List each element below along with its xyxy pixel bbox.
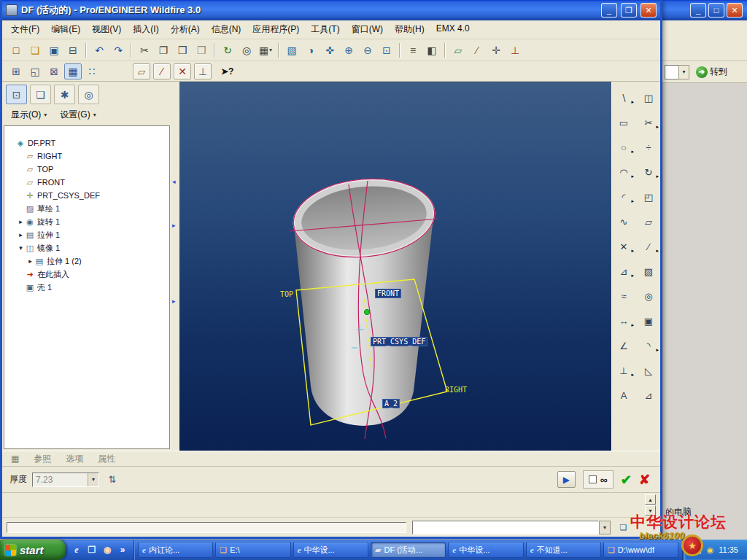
create-datum-plane-button[interactable]: ▱ — [133, 63, 150, 79]
datum-plane-tool[interactable]: ▱ — [639, 213, 658, 230]
go-button[interactable]: ➔ 转到 — [692, 64, 731, 80]
axis-label[interactable]: A_2 — [382, 399, 400, 408]
scroll-down-button[interactable]: ▼ — [645, 505, 656, 516]
undo-button[interactable]: ↶ — [90, 42, 108, 58]
print-button[interactable]: ⊟ — [64, 42, 82, 58]
thickness-dropdown-button[interactable]: ▾ — [88, 473, 98, 486]
trim-tool[interactable]: ✂▸ — [639, 114, 658, 131]
browser-close-button[interactable]: ✕ — [727, 3, 743, 18]
zoom-out-button[interactable]: ⊖ — [359, 42, 376, 58]
taskbar-task-button[interactable]: e中华设... — [448, 542, 523, 558]
selection-filter-button[interactable]: ▦▾ — [257, 42, 274, 58]
prompt-dropdown-button[interactable]: ▾ — [599, 521, 611, 534]
tree-item[interactable]: ▾◫镜像 1 — [4, 241, 169, 254]
tree-expander-icon[interactable]: ▸ — [17, 218, 25, 225]
ok-button[interactable]: ✔ — [621, 472, 632, 488]
copy-window-button[interactable]: ◱ — [26, 63, 44, 79]
repaint-button[interactable]: ▧ — [283, 42, 301, 58]
refit-button[interactable]: ⊡ — [378, 42, 395, 58]
tree-item[interactable]: ▸▤拉伸 1 — [4, 228, 169, 241]
tree-item[interactable]: ▱FRONT — [4, 176, 169, 189]
front-datum-label[interactable]: FRONT — [375, 289, 401, 298]
sketch-tool[interactable]: ▨ — [639, 262, 658, 280]
close-button[interactable]: ✕ — [640, 3, 657, 18]
quicklaunch-media-icon[interactable]: ◉ — [101, 544, 113, 556]
datum-plane-display-toggle[interactable]: ▱ — [449, 42, 467, 58]
tree-item[interactable]: ▱TOP — [4, 163, 169, 176]
tree-item[interactable]: ✛PRT_CSYS_DEF — [4, 189, 169, 202]
3d-viewport[interactable]: TOP FRONT PRT_CSYS_DEF A_2 RIGHT — [179, 82, 611, 451]
shade-button[interactable]: ◑ — [302, 42, 320, 58]
dimension-tool[interactable]: ↔▸ — [614, 312, 633, 330]
tree-expander-icon[interactable]: ▾ — [17, 244, 25, 252]
find-button[interactable]: ◎ — [238, 42, 255, 58]
open-file-button[interactable]: ❏ — [26, 42, 44, 58]
model-display-button[interactable]: ∷ — [83, 63, 101, 79]
regenerate-button[interactable]: ↻ — [219, 42, 236, 58]
taskbar-task-button[interactable]: e中华设... — [293, 542, 368, 558]
prompt-combo[interactable]: ▾ — [412, 521, 611, 534]
text-tool[interactable]: A — [614, 386, 633, 404]
menu-item[interactable]: 视图(V) — [86, 21, 127, 38]
tree-item[interactable]: ▱RIGHT — [4, 149, 169, 163]
constraint-tool[interactable]: ⊥▸ — [614, 362, 633, 379]
panel-tab[interactable]: 选项 — [66, 453, 83, 465]
splitter-arrow-icon[interactable]: ◂ — [172, 178, 176, 185]
preview-glasses-icon[interactable]: ∞ — [600, 474, 608, 486]
menu-item[interactable]: 编辑(E) — [45, 21, 86, 38]
reorient-button[interactable]: ✜ — [321, 42, 338, 58]
resume-button[interactable]: ▶ — [557, 471, 576, 488]
divide-tool[interactable]: ÷ — [639, 139, 658, 156]
menu-item[interactable]: 窗口(W) — [346, 21, 389, 38]
tree-item[interactable]: ▨草绘 1 — [4, 202, 169, 215]
right-datum-label[interactable]: RIGHT — [445, 386, 467, 394]
point-tool[interactable]: ✕▸ — [614, 238, 633, 255]
menu-item[interactable]: 应用程序(P) — [247, 21, 305, 38]
datum-csys-display-toggle[interactable]: ⊥ — [506, 42, 524, 58]
arc-tool[interactable]: ◠▸ — [614, 163, 633, 181]
horizontal-scrollbar[interactable] — [7, 522, 406, 533]
show-dropdown-button[interactable]: 显示(O)▾ — [8, 108, 50, 122]
menu-item[interactable]: 帮助(H) — [389, 21, 430, 38]
prompt-field[interactable] — [412, 521, 599, 534]
close-window-button[interactable]: ⊠ — [45, 63, 63, 79]
quicklaunch-ie-icon[interactable]: e — [71, 544, 82, 556]
save-file-button[interactable]: ▣ — [45, 42, 63, 58]
context-help-button[interactable]: ➤? — [221, 66, 233, 77]
zoom-in-button[interactable]: ⊕ — [340, 42, 357, 58]
round-tool[interactable]: ◝▸ — [639, 337, 658, 354]
paste-special-button[interactable]: ❒ — [193, 42, 210, 58]
datum-axis-display-toggle[interactable]: ⁄ — [468, 42, 486, 58]
circle-tool[interactable]: ○▸ — [614, 139, 633, 156]
new-window-button[interactable]: ⊞ — [7, 63, 25, 79]
panel-tab[interactable]: 参照 — [34, 453, 51, 465]
scroll-up-button[interactable]: ▲ — [645, 494, 656, 505]
taskbar-task-button[interactable]: e内讧论... — [138, 542, 213, 558]
menu-item[interactable]: 插入(I) — [127, 21, 164, 38]
rotate-resize-tool[interactable]: ↻▸ — [639, 163, 658, 181]
offset-edge-tool[interactable]: ≈ — [614, 287, 633, 305]
line-tool[interactable]: ∖▸ — [614, 89, 633, 106]
browser-minimize-button[interactable]: _ — [690, 3, 706, 18]
layers-button[interactable]: ≡ — [404, 42, 422, 58]
palette-tool[interactable]: ◰ — [639, 188, 658, 206]
tray-icon-2[interactable]: ◨ — [694, 545, 701, 555]
cut-button[interactable]: ✂ — [136, 42, 153, 58]
browser-maximize-button[interactable]: □ — [708, 3, 724, 18]
titlebar[interactable]: DF (活动的) - Pro/ENGINEER Wildfire 3.0 _ ❐… — [2, 0, 660, 20]
restore-button[interactable]: ❐ — [621, 3, 637, 18]
view-manager-button[interactable]: ◧ — [423, 42, 441, 58]
address-combo[interactable]: ▾ — [665, 65, 689, 79]
menu-item[interactable]: EMX 4.0 — [430, 21, 476, 38]
taskbar-task-button[interactable]: ❏E:\ — [215, 542, 290, 558]
menu-item[interactable]: 工具(T) — [305, 21, 345, 38]
spline-tool[interactable]: ∿ — [614, 213, 633, 230]
top-datum-label[interactable]: TOP — [280, 290, 293, 298]
tree-item[interactable]: ➜在此插入 — [4, 268, 169, 281]
create-datum-csys-button[interactable]: ⊥ — [194, 63, 212, 79]
splitter-arrow-icon[interactable]: ▸ — [172, 298, 176, 305]
tray-icon-1[interactable]: ◉ — [707, 545, 714, 555]
taskbar-task-button[interactable]: ❏D:\www\df — [603, 542, 678, 558]
address-dropdown-button[interactable]: ▾ — [678, 65, 689, 79]
saved-views-button[interactable]: ▦ — [64, 63, 82, 79]
